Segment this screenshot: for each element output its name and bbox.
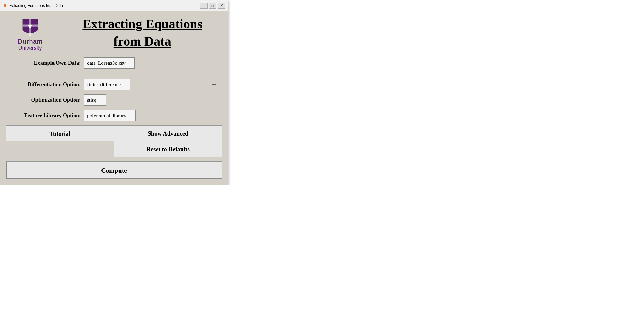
feat-select-wrapper: polynomial_library [84,110,219,121]
opt-label: Optimization Option: [9,97,81,103]
window-body: ⚜ Durham University Extracting Equations… [0,11,228,185]
data-row: Example/Own Data: data_Lorenz3d.csv [9,57,219,69]
data-select[interactable]: data_Lorenz3d.csv [84,57,135,69]
window-controls: — □ ✕ [200,3,225,9]
app-icon [3,3,7,8]
diff-select[interactable]: finite_difference [84,79,130,90]
svg-text:⚜: ⚜ [28,23,33,30]
logo-area: ⚜ Durham University [6,17,54,51]
title-bar: Extracting Equations from Data — □ ✕ [0,0,228,11]
title-area: Extracting Equations from Data [63,17,222,49]
button-row-1: Tutorial Show Advanced Reset to Defaults [6,126,222,157]
durham-shield: ⚜ [20,17,41,38]
minimize-button[interactable]: — [200,3,208,9]
compute-button[interactable]: Compute [6,162,222,179]
feat-label: Feature Library Option: [9,113,81,119]
diff-row: Differentiation Option: finite_differenc… [9,79,219,90]
spacer-1 [9,73,219,79]
opt-select[interactable]: stlsq [84,94,106,106]
form-area: Example/Own Data: data_Lorenz3d.csv Diff… [6,57,222,121]
diff-label: Differentiation Option: [9,81,81,88]
feat-row: Feature Library Option: polynomial_libra… [9,110,219,121]
main-window: Extracting Equations from Data — □ ✕ ⚜ [0,0,228,185]
header-area: ⚜ Durham University Extracting Equations… [6,17,222,51]
compute-row: Compute [6,161,222,179]
university-name: Durham University [18,38,42,51]
feat-select[interactable]: polynomial_library [84,110,136,121]
close-button[interactable]: ✕ [218,3,225,9]
right-buttons: Show Advanced Reset to Defaults [114,126,222,157]
diff-select-wrapper: finite_difference [84,79,219,90]
tutorial-button[interactable]: Tutorial [6,126,114,141]
opt-select-wrapper: stlsq [84,94,219,106]
bottom-section: Tutorial Show Advanced Reset to Defaults… [6,125,222,179]
sub-title: from Data [114,34,171,49]
data-label: Example/Own Data: [9,60,81,66]
reset-button[interactable]: Reset to Defaults [114,141,222,157]
main-title: Extracting Equations [82,17,202,31]
opt-row: Optimization Option: stlsq [9,94,219,106]
maximize-button[interactable]: □ [209,3,216,9]
show-advanced-button[interactable]: Show Advanced [114,126,222,141]
data-select-wrapper: data_Lorenz3d.csv [84,57,219,69]
window-title: Extracting Equations from Data [9,3,200,8]
